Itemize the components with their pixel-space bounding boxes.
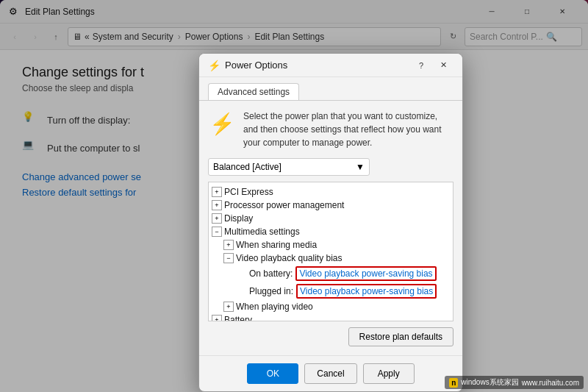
on-battery-value-wrapper: Video playback power-saving bias	[295, 266, 436, 281]
cancel-button[interactable]: Cancel	[304, 363, 356, 384]
label-video-quality: Video playback quality bias	[236, 253, 343, 263]
label-pci: PCI Express	[224, 187, 273, 197]
dialog-tab-bar: Advanced settings	[199, 77, 462, 101]
watermark-logo: n	[449, 378, 458, 388]
tree-item-playing-video[interactable]: + When playing video	[209, 300, 453, 313]
advanced-settings-tab[interactable]: Advanced settings	[208, 83, 299, 100]
tree-item-pci[interactable]: + PCI Express	[209, 185, 453, 199]
dialog-title-bar: ⚡ Power Options ? ✕	[199, 54, 462, 77]
label-battery: Battery	[224, 315, 252, 321]
tree-item-display[interactable]: + Display	[209, 212, 453, 225]
label-processor: Processor power management	[224, 200, 344, 210]
expander-sharing[interactable]: +	[223, 240, 234, 250]
tree-item-processor[interactable]: + Processor power management	[209, 199, 453, 212]
dialog-intro: ⚡ Select the power plan that you want to…	[208, 110, 453, 149]
dialog-close-button[interactable]: ✕	[433, 56, 453, 75]
power-options-dialog: ⚡ Power Options ? ✕ Advanced settings ⚡ …	[198, 53, 463, 392]
apply-button[interactable]: Apply	[363, 363, 415, 384]
expander-pci[interactable]: +	[212, 187, 222, 197]
plugged-in-value[interactable]: Video playback power-saving bias	[300, 286, 433, 296]
watermark-domain: www.ruihaitu.com	[522, 379, 579, 387]
watermark: n windows系统家园 www.ruihaitu.com	[445, 376, 584, 389]
on-battery-value[interactable]: Video playback power-saving bias	[299, 268, 432, 279]
label-playing-video: When playing video	[236, 302, 313, 312]
dialog-body: ⚡ Select the power plan that you want to…	[199, 101, 462, 355]
plan-value: Balanced [Active]	[213, 162, 282, 172]
expander-multimedia[interactable]: −	[212, 227, 222, 237]
restore-btn-row: Restore plan defaults	[208, 327, 453, 346]
label-plugged-in: Plugged in:	[249, 286, 293, 296]
tree-view[interactable]: + PCI Express + Processor power manageme…	[208, 182, 453, 321]
dialog-help-button[interactable]: ?	[411, 56, 431, 75]
tree-item-multimedia[interactable]: − Multimedia settings	[209, 225, 453, 238]
watermark-brand: windows系统家园	[461, 377, 518, 388]
dialog-icon: ⚡	[208, 60, 220, 71]
intro-text: Select the power plan that you want to c…	[243, 110, 453, 149]
label-on-battery: On battery:	[249, 268, 293, 279]
tree-item-sharing[interactable]: + When sharing media	[209, 238, 453, 252]
label-display: Display	[224, 213, 253, 224]
dialog-title: Power Options	[225, 60, 411, 71]
expander-playing-video[interactable]: +	[223, 302, 234, 312]
plugged-in-highlight-box: Video playback power-saving bias	[296, 284, 437, 299]
dialog-controls: ? ✕	[411, 56, 453, 75]
plan-dropdown[interactable]: Balanced [Active] ▼	[208, 158, 370, 176]
label-multimedia: Multimedia settings	[224, 227, 300, 237]
expander-processor[interactable]: +	[212, 200, 222, 210]
tree-item-plugged-in[interactable]: Plugged in: Video playback power-saving …	[209, 282, 453, 300]
expander-battery[interactable]: +	[212, 315, 222, 321]
dropdown-arrow: ▼	[356, 162, 365, 172]
on-battery-highlight-box: Video playback power-saving bias	[295, 266, 436, 281]
power-icon-large: ⚡	[208, 110, 236, 138]
expander-video-quality[interactable]: −	[223, 253, 234, 263]
label-sharing: When sharing media	[236, 240, 317, 250]
restore-plan-defaults-button[interactable]: Restore plan defaults	[348, 327, 453, 346]
plugged-in-value-wrapper: Video playback power-saving bias	[296, 284, 437, 299]
dialog-footer: OK Cancel Apply	[199, 355, 462, 391]
tree-item-on-battery[interactable]: On battery: Video playback power-saving …	[209, 265, 453, 282]
ok-button[interactable]: OK	[247, 363, 298, 384]
tree-item-battery[interactable]: + Battery	[209, 313, 453, 321]
expander-display[interactable]: +	[212, 213, 222, 224]
tree-item-video-quality[interactable]: − Video playback quality bias	[209, 252, 453, 265]
